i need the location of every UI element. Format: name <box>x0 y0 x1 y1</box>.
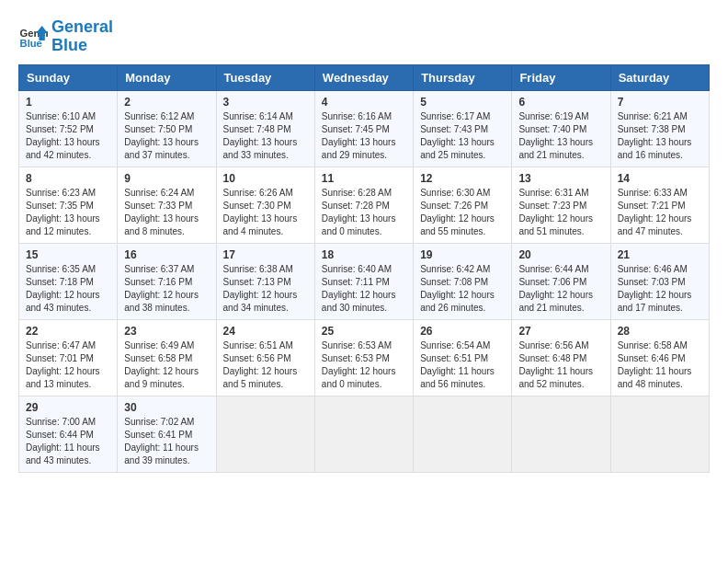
day-info: Sunrise: 6:40 AMSunset: 7:11 PMDaylight:… <box>322 263 406 315</box>
column-header-monday: Monday <box>118 64 216 90</box>
day-info: Sunrise: 6:31 AMSunset: 7:23 PMDaylight:… <box>518 187 603 238</box>
day-info: Sunrise: 6:38 AMSunset: 7:13 PMDaylight:… <box>223 263 308 315</box>
calendar-cell: 20 Sunrise: 6:44 AMSunset: 7:06 PMDaylig… <box>512 243 610 319</box>
calendar-cell: 7 Sunrise: 6:21 AMSunset: 7:38 PMDayligh… <box>610 90 709 167</box>
logo: General Blue GeneralBlue <box>18 18 113 55</box>
calendar-table: SundayMondayTuesdayWednesdayThursdayFrid… <box>18 64 710 473</box>
calendar-cell: 23 Sunrise: 6:49 AMSunset: 6:58 PMDaylig… <box>118 319 216 396</box>
calendar-cell <box>314 396 413 472</box>
day-number: 7 <box>618 96 702 109</box>
calendar-cell: 6 Sunrise: 6:19 AMSunset: 7:40 PMDayligh… <box>512 90 610 167</box>
day-info: Sunrise: 6:53 AMSunset: 6:53 PMDaylight:… <box>322 339 406 391</box>
logo-text: GeneralBlue <box>51 18 113 55</box>
day-number: 29 <box>26 401 110 414</box>
page-header: General Blue GeneralBlue <box>18 18 710 55</box>
day-number: 9 <box>124 172 209 185</box>
calendar-cell: 28 Sunrise: 6:58 AMSunset: 6:46 PMDaylig… <box>610 319 709 396</box>
day-number: 15 <box>26 248 110 261</box>
day-info: Sunrise: 6:14 AMSunset: 7:48 PMDaylight:… <box>223 110 308 162</box>
calendar-cell: 30 Sunrise: 7:02 AMSunset: 6:41 PMDaylig… <box>118 396 216 472</box>
day-number: 5 <box>420 96 505 109</box>
day-info: Sunrise: 6:10 AMSunset: 7:52 PMDaylight:… <box>26 110 110 162</box>
day-info: Sunrise: 6:19 AMSunset: 7:40 PMDaylight:… <box>518 110 603 162</box>
column-header-tuesday: Tuesday <box>216 64 314 90</box>
calendar-week-2: 8 Sunrise: 6:23 AMSunset: 7:35 PMDayligh… <box>19 167 710 243</box>
day-info: Sunrise: 6:51 AMSunset: 6:56 PMDaylight:… <box>223 339 308 391</box>
column-header-sunday: Sunday <box>19 64 118 90</box>
day-info: Sunrise: 6:49 AMSunset: 6:58 PMDaylight:… <box>124 339 209 391</box>
day-number: 25 <box>322 325 406 338</box>
day-info: Sunrise: 6:44 AMSunset: 7:06 PMDaylight:… <box>518 263 603 315</box>
day-info: Sunrise: 6:17 AMSunset: 7:43 PMDaylight:… <box>420 110 505 162</box>
calendar-cell: 14 Sunrise: 6:33 AMSunset: 7:21 PMDaylig… <box>610 167 709 243</box>
day-info: Sunrise: 6:24 AMSunset: 7:33 PMDaylight:… <box>124 187 209 238</box>
day-number: 12 <box>420 172 505 185</box>
calendar-cell: 26 Sunrise: 6:54 AMSunset: 6:51 PMDaylig… <box>414 319 512 396</box>
day-number: 22 <box>26 325 110 338</box>
day-number: 8 <box>26 172 110 185</box>
day-info: Sunrise: 6:21 AMSunset: 7:38 PMDaylight:… <box>618 110 702 162</box>
day-number: 1 <box>26 96 110 109</box>
calendar-week-1: 1 Sunrise: 6:10 AMSunset: 7:52 PMDayligh… <box>19 90 710 167</box>
column-header-wednesday: Wednesday <box>314 64 413 90</box>
calendar-cell: 8 Sunrise: 6:23 AMSunset: 7:35 PMDayligh… <box>19 167 118 243</box>
svg-text:Blue: Blue <box>20 38 42 49</box>
day-number: 2 <box>124 96 209 109</box>
day-number: 17 <box>223 248 308 261</box>
calendar-week-4: 22 Sunrise: 6:47 AMSunset: 7:01 PMDaylig… <box>19 319 710 396</box>
day-info: Sunrise: 7:00 AMSunset: 6:44 PMDaylight:… <box>26 416 110 467</box>
day-info: Sunrise: 6:26 AMSunset: 7:30 PMDaylight:… <box>223 187 308 238</box>
calendar-header-row: SundayMondayTuesdayWednesdayThursdayFrid… <box>19 64 710 90</box>
column-header-friday: Friday <box>512 64 610 90</box>
calendar-week-3: 15 Sunrise: 6:35 AMSunset: 7:18 PMDaylig… <box>19 243 710 319</box>
calendar-cell: 3 Sunrise: 6:14 AMSunset: 7:48 PMDayligh… <box>216 90 314 167</box>
day-number: 14 <box>618 172 702 185</box>
calendar-cell: 27 Sunrise: 6:56 AMSunset: 6:48 PMDaylig… <box>512 319 610 396</box>
day-number: 18 <box>322 248 406 261</box>
calendar-cell: 13 Sunrise: 6:31 AMSunset: 7:23 PMDaylig… <box>512 167 610 243</box>
day-number: 3 <box>223 96 308 109</box>
calendar-cell <box>512 396 610 472</box>
day-info: Sunrise: 6:56 AMSunset: 6:48 PMDaylight:… <box>518 339 603 391</box>
day-number: 19 <box>420 248 505 261</box>
day-info: Sunrise: 6:12 AMSunset: 7:50 PMDaylight:… <box>124 110 209 162</box>
day-info: Sunrise: 6:33 AMSunset: 7:21 PMDaylight:… <box>618 187 702 238</box>
day-number: 28 <box>618 325 702 338</box>
calendar-cell: 25 Sunrise: 6:53 AMSunset: 6:53 PMDaylig… <box>314 319 413 396</box>
calendar-cell: 19 Sunrise: 6:42 AMSunset: 7:08 PMDaylig… <box>414 243 512 319</box>
day-number: 6 <box>518 96 603 109</box>
calendar-cell <box>216 396 314 472</box>
day-info: Sunrise: 7:02 AMSunset: 6:41 PMDaylight:… <box>124 416 209 467</box>
calendar-cell: 9 Sunrise: 6:24 AMSunset: 7:33 PMDayligh… <box>118 167 216 243</box>
day-number: 24 <box>223 325 308 338</box>
day-number: 23 <box>124 325 209 338</box>
calendar-cell: 5 Sunrise: 6:17 AMSunset: 7:43 PMDayligh… <box>414 90 512 167</box>
day-number: 4 <box>322 96 406 109</box>
calendar-cell: 2 Sunrise: 6:12 AMSunset: 7:50 PMDayligh… <box>118 90 216 167</box>
day-info: Sunrise: 6:46 AMSunset: 7:03 PMDaylight:… <box>618 263 702 315</box>
calendar-cell: 15 Sunrise: 6:35 AMSunset: 7:18 PMDaylig… <box>19 243 118 319</box>
day-info: Sunrise: 6:35 AMSunset: 7:18 PMDaylight:… <box>26 263 110 315</box>
day-number: 30 <box>124 401 209 414</box>
column-header-saturday: Saturday <box>610 64 709 90</box>
calendar-cell: 17 Sunrise: 6:38 AMSunset: 7:13 PMDaylig… <box>216 243 314 319</box>
day-number: 20 <box>518 248 603 261</box>
calendar-cell <box>610 396 709 472</box>
day-number: 27 <box>518 325 603 338</box>
day-info: Sunrise: 6:37 AMSunset: 7:16 PMDaylight:… <box>124 263 209 315</box>
day-number: 10 <box>223 172 308 185</box>
day-info: Sunrise: 6:30 AMSunset: 7:26 PMDaylight:… <box>420 187 505 238</box>
calendar-cell: 29 Sunrise: 7:00 AMSunset: 6:44 PMDaylig… <box>19 396 118 472</box>
calendar-cell: 12 Sunrise: 6:30 AMSunset: 7:26 PMDaylig… <box>414 167 512 243</box>
day-info: Sunrise: 6:16 AMSunset: 7:45 PMDaylight:… <box>322 110 406 162</box>
calendar-cell: 21 Sunrise: 6:46 AMSunset: 7:03 PMDaylig… <box>610 243 709 319</box>
calendar-cell: 16 Sunrise: 6:37 AMSunset: 7:16 PMDaylig… <box>118 243 216 319</box>
calendar-cell: 18 Sunrise: 6:40 AMSunset: 7:11 PMDaylig… <box>314 243 413 319</box>
calendar-cell <box>414 396 512 472</box>
day-info: Sunrise: 6:54 AMSunset: 6:51 PMDaylight:… <box>420 339 505 391</box>
day-info: Sunrise: 6:58 AMSunset: 6:46 PMDaylight:… <box>618 339 702 391</box>
calendar-cell: 24 Sunrise: 6:51 AMSunset: 6:56 PMDaylig… <box>216 319 314 396</box>
day-number: 13 <box>518 172 603 185</box>
day-info: Sunrise: 6:28 AMSunset: 7:28 PMDaylight:… <box>322 187 406 238</box>
calendar-cell: 10 Sunrise: 6:26 AMSunset: 7:30 PMDaylig… <box>216 167 314 243</box>
